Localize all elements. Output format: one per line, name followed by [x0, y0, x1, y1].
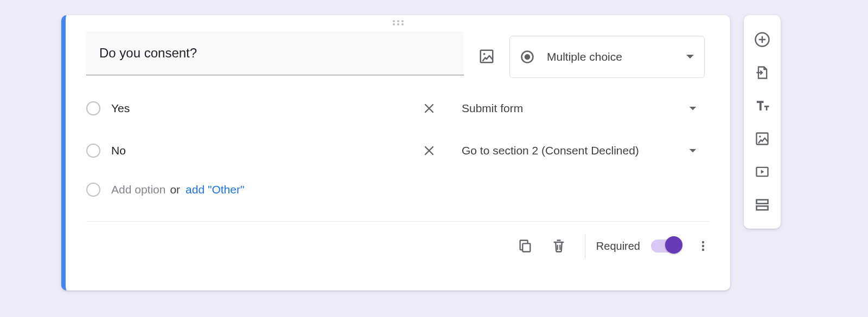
svg-rect-18: [757, 199, 768, 203]
remove-option-button[interactable]: [418, 102, 440, 115]
svg-point-0: [393, 20, 395, 22]
question-type-select[interactable]: Multiple choice: [509, 36, 705, 78]
question-type-label: Multiple choice: [547, 50, 686, 63]
add-other-button[interactable]: add "Other": [186, 183, 244, 196]
svg-rect-10: [522, 243, 530, 251]
svg-point-5: [401, 23, 404, 25]
svg-point-7: [483, 53, 486, 55]
chevron-down-icon: [686, 54, 694, 60]
required-toggle[interactable]: [651, 240, 681, 253]
question-footer: Required: [66, 222, 730, 270]
svg-point-3: [393, 23, 395, 25]
add-image-button[interactable]: [750, 127, 774, 151]
svg-point-4: [397, 23, 399, 25]
radio-icon: [520, 49, 535, 64]
svg-rect-19: [757, 206, 768, 210]
option-label-input[interactable]: Yes: [111, 102, 418, 115]
radio-empty-icon: [86, 183, 100, 197]
add-option-input[interactable]: Add option: [111, 183, 165, 196]
svg-point-12: [702, 245, 704, 247]
delete-button[interactable]: [544, 231, 574, 261]
option-goto-select[interactable]: Go to section 2 (Consent Declined): [462, 144, 710, 157]
option-goto-select[interactable]: Submit form: [462, 102, 710, 115]
add-image-button[interactable]: [473, 42, 501, 70]
add-section-button[interactable]: [750, 193, 774, 217]
radio-empty-icon: [86, 144, 100, 158]
add-title-button[interactable]: [750, 94, 774, 118]
add-question-button[interactable]: [750, 28, 774, 51]
chevron-down-icon: [689, 106, 697, 111]
remove-option-button[interactable]: [418, 144, 440, 157]
svg-point-9: [525, 54, 531, 60]
options-list: Yes Submit form No Go to section 2 (Cons…: [66, 78, 730, 203]
toggle-knob: [665, 236, 682, 254]
question-title-input[interactable]: [86, 31, 464, 75]
radio-empty-icon: [86, 101, 100, 115]
drag-handle-icon[interactable]: [392, 20, 405, 26]
option-goto-label: Submit form: [462, 102, 523, 115]
svg-point-16: [759, 135, 761, 138]
svg-point-13: [702, 249, 704, 251]
option-row: Yes Submit form: [86, 92, 710, 125]
import-questions-button[interactable]: [750, 61, 774, 85]
option-goto-label: Go to section 2 (Consent Declined): [462, 144, 639, 157]
add-video-button[interactable]: [750, 160, 774, 184]
question-card: Multiple choice Yes Submit form No: [61, 15, 730, 290]
more-options-button[interactable]: [690, 233, 716, 259]
option-label-input[interactable]: No: [111, 144, 418, 157]
required-label: Required: [596, 240, 640, 253]
svg-point-11: [702, 241, 704, 243]
svg-point-1: [397, 20, 399, 22]
option-row: No Go to section 2 (Consent Declined): [86, 134, 710, 167]
side-toolbar: [744, 15, 781, 229]
svg-point-2: [401, 20, 404, 22]
chevron-down-icon: [689, 148, 697, 153]
or-text: or: [170, 183, 180, 196]
divider: [585, 234, 585, 258]
add-option-row: Add option or add "Other": [86, 177, 710, 203]
duplicate-button[interactable]: [510, 231, 540, 261]
